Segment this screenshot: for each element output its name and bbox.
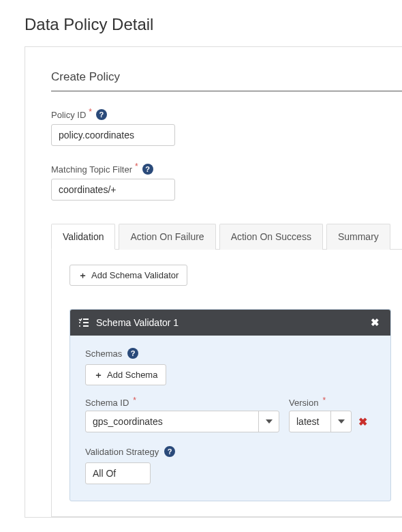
- tab-summary[interactable]: Summary: [326, 224, 390, 250]
- version-group: Version * latest: [289, 398, 352, 432]
- add-schema-button[interactable]: ＋ Add Schema: [85, 364, 166, 385]
- policy-id-label: Policy ID: [51, 110, 86, 120]
- topic-filter-group: Matching Topic Filter * ?: [51, 164, 402, 201]
- svg-point-3: [79, 322, 80, 323]
- tab-action-on-success[interactable]: Action On Success: [219, 224, 323, 250]
- remove-schema-icon[interactable]: ✖: [358, 415, 367, 432]
- page-title: Data Policy Detail: [25, 15, 402, 34]
- required-marker: *: [89, 107, 92, 117]
- schemas-label: Schemas: [85, 349, 122, 359]
- plus-icon: ＋: [78, 271, 87, 280]
- checklist-icon: [78, 318, 89, 327]
- help-icon[interactable]: ?: [164, 446, 175, 457]
- schema-validator-title: Schema Validator 1: [96, 317, 368, 328]
- required-marker: *: [133, 396, 136, 405]
- schema-id-label: Schema ID: [85, 398, 129, 408]
- tab-action-on-failure[interactable]: Action On Failure: [119, 224, 215, 250]
- policy-id-input[interactable]: [51, 124, 175, 146]
- svg-point-4: [79, 325, 80, 327]
- schema-validator-panel: Schema Validator 1 ✖ Schemas ? ＋ Add Sch…: [69, 309, 391, 501]
- schema-id-value: gps_coordinates: [86, 416, 258, 427]
- help-icon[interactable]: ?: [142, 164, 153, 175]
- strategy-group: Validation Strategy ?: [85, 446, 375, 484]
- help-icon[interactable]: ?: [96, 109, 107, 120]
- version-select[interactable]: latest: [289, 411, 352, 432]
- add-schema-label: Add Schema: [107, 370, 157, 380]
- version-value: latest: [290, 416, 330, 427]
- policy-id-group: Policy ID * ?: [51, 109, 402, 146]
- topic-filter-input[interactable]: [51, 179, 175, 201]
- topic-filter-label: Matching Topic Filter: [51, 164, 132, 175]
- tab-content-validation: ＋ Add Schema Validator Schema Validator …: [51, 249, 402, 517]
- plus-icon: ＋: [94, 370, 103, 379]
- required-marker: *: [135, 162, 138, 171]
- section-title: Create Policy: [51, 70, 402, 91]
- schema-id-group: Schema ID * gps_coordinates: [85, 398, 279, 432]
- chevron-down-icon[interactable]: [330, 411, 351, 432]
- add-schema-validator-button[interactable]: ＋ Add Schema Validator: [69, 265, 187, 286]
- validation-strategy-label: Validation Strategy: [85, 447, 159, 457]
- add-schema-validator-label: Add Schema Validator: [91, 270, 179, 280]
- schema-validator-body: Schemas ? ＋ Add Schema Schema ID * gps_c…: [70, 336, 390, 501]
- chevron-down-icon[interactable]: [258, 411, 279, 432]
- policy-card: Create Policy Policy ID * ? Matching Top…: [25, 46, 402, 518]
- version-label: Version: [289, 398, 318, 408]
- help-icon[interactable]: ?: [127, 348, 138, 359]
- tabs: Validation Action On Failure Action On S…: [51, 224, 402, 250]
- schema-validator-header: Schema Validator 1 ✖: [70, 310, 390, 336]
- validation-strategy-input[interactable]: [85, 462, 151, 484]
- close-icon[interactable]: ✖: [368, 316, 382, 329]
- required-marker: *: [322, 396, 326, 405]
- schema-id-select[interactable]: gps_coordinates: [85, 411, 279, 432]
- tab-validation[interactable]: Validation: [51, 224, 115, 250]
